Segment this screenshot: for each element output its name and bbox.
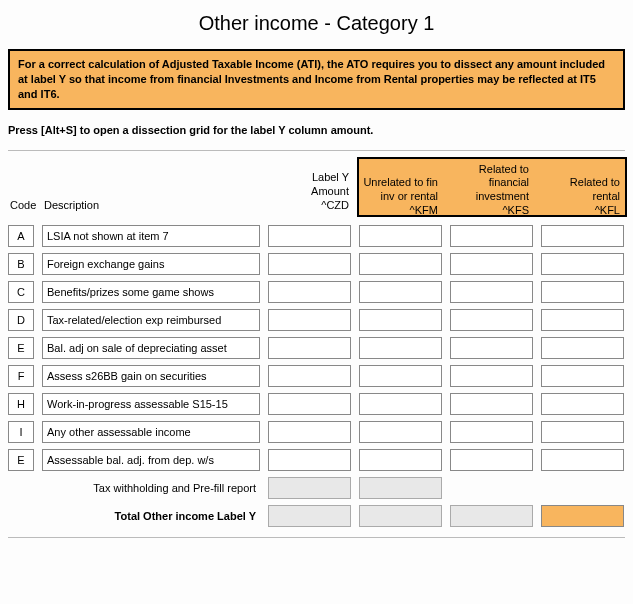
- code-box[interactable]: D: [8, 309, 34, 331]
- code-box[interactable]: A: [8, 225, 34, 247]
- description-box[interactable]: Foreign exchange gains: [42, 253, 260, 275]
- page-title: Other income - Category 1: [8, 12, 625, 35]
- header-relfin-1: Related to: [479, 163, 529, 177]
- code-box[interactable]: E: [8, 337, 34, 359]
- label-y-input[interactable]: [268, 281, 351, 303]
- code-box[interactable]: I: [8, 421, 34, 443]
- related-rental-input[interactable]: [541, 421, 624, 443]
- header-relrent-1: Related to: [570, 176, 620, 190]
- label-y-input[interactable]: [268, 393, 351, 415]
- instruction-text: Press [Alt+S] to open a dissection grid …: [8, 124, 625, 136]
- related-fin-input[interactable]: [450, 281, 533, 303]
- header-related-rental: Related to rental ^KFL: [541, 159, 624, 222]
- code-box[interactable]: B: [8, 253, 34, 275]
- label-y-input[interactable]: [268, 253, 351, 275]
- total-label: Total Other income Label Y: [42, 510, 260, 522]
- total-related-rental[interactable]: [541, 505, 624, 527]
- label-y-input[interactable]: [268, 225, 351, 247]
- related-rental-input[interactable]: [541, 365, 624, 387]
- header-unrelated-1: Unrelated to fin: [363, 176, 438, 190]
- data-grid: ALSIA not shown at item 7BForeign exchan…: [8, 225, 625, 527]
- label-y-input[interactable]: [268, 421, 351, 443]
- code-box[interactable]: C: [8, 281, 34, 303]
- unrelated-input[interactable]: [359, 449, 442, 471]
- description-box[interactable]: Bal. adj on sale of depreciating asset: [42, 337, 260, 359]
- code-box[interactable]: H: [8, 393, 34, 415]
- header-labely-2: Amount: [311, 185, 349, 199]
- unrelated-input[interactable]: [359, 337, 442, 359]
- label-y-input[interactable]: [268, 449, 351, 471]
- header-desc-label: Description: [44, 199, 99, 213]
- total-unrelated: [359, 505, 442, 527]
- unrelated-input[interactable]: [359, 281, 442, 303]
- related-fin-input[interactable]: [450, 449, 533, 471]
- related-rental-input[interactable]: [541, 449, 624, 471]
- description-box[interactable]: Work-in-progress assessable S15-15: [42, 393, 260, 415]
- label-y-input[interactable]: [268, 365, 351, 387]
- header-label-y: Label Y Amount ^CZD: [268, 157, 351, 217]
- header-code: Code: [8, 157, 34, 217]
- description-box[interactable]: Benefits/prizes some game shows: [42, 281, 260, 303]
- divider: [8, 150, 625, 151]
- header-relfin-3: investment: [476, 190, 529, 204]
- related-fin-input[interactable]: [450, 253, 533, 275]
- related-rental-input[interactable]: [541, 337, 624, 359]
- divider-bottom: [8, 537, 625, 538]
- unrelated-input[interactable]: [359, 365, 442, 387]
- description-box[interactable]: Any other assessable income: [42, 421, 260, 443]
- header-unrelated-3: ^KFM: [410, 204, 438, 218]
- header-relrent-2: rental: [592, 190, 620, 204]
- description-box[interactable]: Tax-related/election exp reimbursed: [42, 309, 260, 331]
- related-rental-input[interactable]: [541, 281, 624, 303]
- related-fin-input[interactable]: [450, 421, 533, 443]
- related-rental-input[interactable]: [541, 225, 624, 247]
- header-description: Description: [42, 157, 260, 217]
- header-relrent-3: ^KFL: [595, 204, 620, 218]
- table-header: Code Description Label Y Amount ^CZD Unr…: [8, 157, 625, 217]
- related-fin-input[interactable]: [450, 309, 533, 331]
- description-box[interactable]: Assessable bal. adj. from dep. w/s: [42, 449, 260, 471]
- header-relfin-4: ^KFS: [502, 204, 529, 218]
- related-rental-input[interactable]: [541, 393, 624, 415]
- related-fin-input[interactable]: [450, 365, 533, 387]
- header-unrelated-2: inv or rental: [381, 190, 438, 204]
- total-related-fin: [450, 505, 533, 527]
- total-labely: [268, 505, 351, 527]
- header-related-fin: Related to financial investment ^KFS: [450, 159, 533, 222]
- unrelated-input[interactable]: [359, 421, 442, 443]
- header-labely-1: Label Y: [312, 171, 349, 185]
- related-fin-input[interactable]: [450, 393, 533, 415]
- header-unrelated: Unrelated to fin inv or rental ^KFM: [359, 159, 442, 222]
- header-code-label: Code: [10, 199, 36, 213]
- related-rental-input[interactable]: [541, 253, 624, 275]
- description-box[interactable]: LSIA not shown at item 7: [42, 225, 260, 247]
- unrelated-input[interactable]: [359, 253, 442, 275]
- description-box[interactable]: Assess s26BB gain on securities: [42, 365, 260, 387]
- header-relfin-2: financial: [489, 176, 529, 190]
- highlight-header-group: Unrelated to fin inv or rental ^KFM Rela…: [357, 157, 627, 217]
- related-fin-input[interactable]: [450, 225, 533, 247]
- unrelated-input[interactable]: [359, 393, 442, 415]
- tax-withholding-unrelated: [359, 477, 442, 499]
- code-box[interactable]: E: [8, 449, 34, 471]
- tax-withholding-labely: [268, 477, 351, 499]
- tax-withholding-label: Tax withholding and Pre-fill report: [42, 482, 260, 494]
- unrelated-input[interactable]: [359, 309, 442, 331]
- unrelated-input[interactable]: [359, 225, 442, 247]
- related-fin-input[interactable]: [450, 337, 533, 359]
- code-box[interactable]: F: [8, 365, 34, 387]
- label-y-input[interactable]: [268, 337, 351, 359]
- related-rental-input[interactable]: [541, 309, 624, 331]
- label-y-input[interactable]: [268, 309, 351, 331]
- header-labely-3: ^CZD: [321, 199, 349, 213]
- warning-box: For a correct calculation of Adjusted Ta…: [8, 49, 625, 110]
